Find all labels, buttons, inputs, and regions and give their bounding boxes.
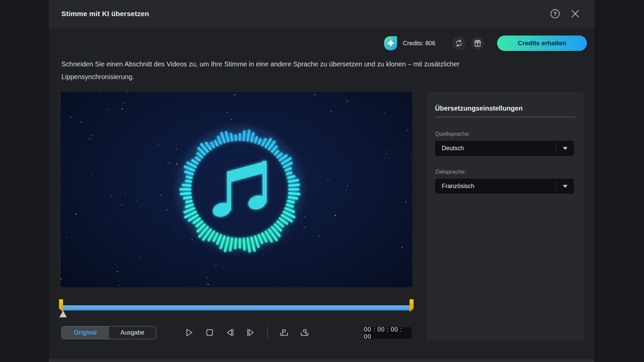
stop-button[interactable] bbox=[205, 327, 215, 338]
source-language-dropdown[interactable]: Deutsch bbox=[435, 141, 574, 156]
chevron-down-icon bbox=[563, 185, 568, 188]
transport-separator bbox=[267, 327, 268, 338]
stop-icon bbox=[205, 328, 214, 337]
help-circle-icon: ? bbox=[550, 9, 560, 19]
playhead-marker[interactable] bbox=[59, 310, 67, 317]
credits-gem-icon bbox=[383, 36, 398, 51]
dropdown-separator bbox=[556, 181, 556, 192]
description-line-1: Schneiden Sie einen Abschnitt des Videos… bbox=[61, 60, 460, 68]
mark-out-button[interactable] bbox=[300, 327, 310, 338]
target-language-label: Zielsprache: bbox=[435, 169, 575, 175]
dialog-title: Stimme mit KI übersetzen bbox=[61, 10, 149, 18]
timecode-display: 00 : 00 : 00 : 00 bbox=[364, 327, 412, 339]
preview-toggle: Original Ausgabe bbox=[61, 326, 156, 339]
get-credits-button[interactable]: Credits erhalten bbox=[497, 36, 587, 51]
refresh-icon bbox=[454, 39, 463, 48]
toggle-ausgabe[interactable]: Ausgabe bbox=[109, 326, 156, 339]
next-frame-icon bbox=[246, 328, 255, 337]
svg-text:?: ? bbox=[553, 11, 557, 17]
close-icon bbox=[571, 9, 580, 18]
target-language-dropdown[interactable]: Französisch bbox=[435, 179, 574, 194]
mark-in-icon bbox=[279, 328, 289, 337]
source-language-label: Quellsprache: bbox=[435, 131, 575, 137]
dialog-description: Schneiden Sie einen Abschnitt des Videos… bbox=[61, 58, 460, 83]
trim-end-handle[interactable] bbox=[410, 299, 414, 312]
play-button[interactable] bbox=[184, 327, 194, 338]
refresh-credits-button[interactable] bbox=[452, 37, 466, 50]
player-controls: Original Ausgabe bbox=[61, 326, 461, 340]
close-button[interactable] bbox=[570, 8, 581, 19]
screen: Stimme mit KI übersetzen ? bbox=[0, 0, 644, 362]
credits-count: Credits: 806 bbox=[403, 40, 435, 47]
dialog-footer-strip bbox=[49, 359, 594, 362]
description-line-2: Lippensynchronisierung. bbox=[61, 73, 134, 80]
mark-in-button[interactable] bbox=[279, 327, 289, 338]
spectrum-inner-disc bbox=[191, 140, 289, 238]
trim-range-bar[interactable] bbox=[61, 305, 412, 310]
target-language-value: Französisch bbox=[442, 183, 474, 190]
titlebar-actions: ? bbox=[549, 0, 581, 27]
help-button[interactable]: ? bbox=[549, 8, 561, 19]
video-preview bbox=[61, 92, 412, 287]
settings-panel: Übersetzungseinstellungen Quellsprache: … bbox=[426, 92, 584, 341]
translate-voice-dialog: Stimme mit KI übersetzen ? bbox=[49, 0, 594, 362]
transport-buttons bbox=[184, 327, 310, 338]
toggle-original[interactable]: Original bbox=[62, 326, 109, 339]
next-frame-button[interactable] bbox=[246, 327, 256, 338]
chevron-down-icon bbox=[563, 147, 568, 150]
previous-frame-icon bbox=[225, 328, 235, 337]
dropdown-separator bbox=[556, 143, 556, 154]
mark-out-icon bbox=[300, 328, 309, 337]
settings-header: Übersetzungseinstellungen bbox=[435, 105, 575, 112]
settings-divider bbox=[435, 117, 575, 117]
source-language-value: Deutsch bbox=[442, 145, 464, 152]
play-icon bbox=[184, 328, 194, 337]
gift-button[interactable] bbox=[471, 37, 484, 50]
previous-frame-button[interactable] bbox=[225, 327, 235, 338]
trim-slider[interactable] bbox=[61, 298, 414, 319]
credits-row: Credits: 806 Credits erhalten bbox=[383, 35, 587, 52]
dialog-titlebar: Stimme mit KI übersetzen ? bbox=[49, 0, 594, 27]
gift-icon bbox=[473, 39, 482, 48]
